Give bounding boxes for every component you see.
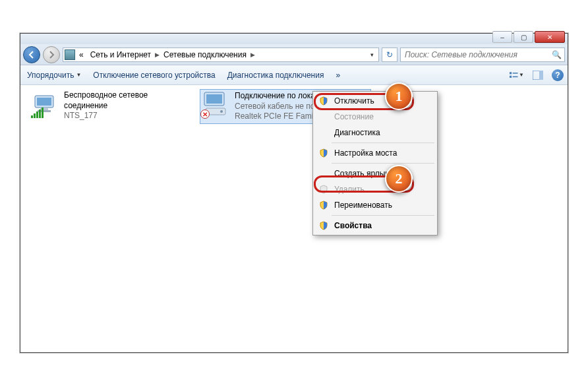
menu-item-delete: Удалить bbox=[314, 181, 436, 197]
view-icon bbox=[510, 71, 519, 80]
breadcrumb-part-connections[interactable]: Сетевые подключения bbox=[161, 50, 249, 59]
shield-icon bbox=[318, 148, 329, 158]
menu-item-shortcut-label: Создать ярлык bbox=[334, 169, 389, 178]
diagnostics-label: Диагностика подключения bbox=[227, 71, 324, 80]
nav-forward-button[interactable] bbox=[43, 46, 60, 63]
shield-icon bbox=[318, 200, 329, 210]
arrow-right-icon bbox=[47, 51, 55, 59]
disable-device-label: Отключение сетевого устройства bbox=[93, 71, 215, 80]
chevron-down-icon: ▼ bbox=[76, 72, 81, 78]
wireless-ssid: NTS_177 bbox=[64, 111, 187, 121]
preview-pane-button[interactable] bbox=[531, 69, 545, 82]
chevron-right-icon: ▶ bbox=[250, 51, 255, 58]
disable-device-button[interactable]: Отключение сетевого устройства bbox=[90, 69, 218, 81]
menu-separator bbox=[332, 163, 434, 164]
search-input[interactable] bbox=[403, 49, 549, 60]
svg-rect-7 bbox=[37, 98, 51, 106]
annotation-marker-1: 1 bbox=[385, 82, 413, 110]
help-button[interactable]: ? bbox=[552, 69, 564, 81]
svg-rect-5 bbox=[539, 71, 543, 80]
address-bar-row: « Сеть и Интернет ▶ Сетевые подключения … bbox=[20, 44, 568, 65]
shield-icon bbox=[318, 96, 329, 106]
connection-wireless[interactable]: Беспроводное сетевое соединение NTS_177 bbox=[30, 89, 188, 123]
refresh-icon: ↻ bbox=[386, 50, 393, 59]
wireless-adapter-icon bbox=[31, 90, 59, 117]
menu-item-disable[interactable]: Отключить bbox=[314, 93, 436, 109]
annotation-marker-2: 2 bbox=[385, 165, 413, 193]
menu-item-delete-label: Удалить bbox=[334, 185, 365, 194]
menu-item-bridge[interactable]: Настройка моста bbox=[314, 145, 436, 161]
wireless-title: Беспроводное сетевое соединение bbox=[64, 90, 187, 111]
chevron-right-icon: ▶ bbox=[155, 51, 160, 58]
shield-icon bbox=[318, 220, 329, 231]
menu-item-state-label: Состояние bbox=[334, 112, 374, 121]
menu-item-rename-label: Переименовать bbox=[334, 201, 392, 210]
view-options-button[interactable]: ▼ bbox=[510, 69, 524, 82]
toolbar-more-button[interactable]: » bbox=[333, 69, 343, 81]
window-close-button[interactable]: ✕ bbox=[535, 31, 565, 43]
breadcrumb-prefix: « bbox=[76, 50, 86, 59]
help-icon: ? bbox=[555, 71, 560, 80]
search-icon: 🔍 bbox=[552, 50, 562, 59]
diagnostics-button[interactable]: Диагностика подключения bbox=[225, 69, 327, 81]
nav-back-button[interactable] bbox=[23, 46, 40, 63]
svg-rect-11 bbox=[206, 94, 222, 104]
window-minimize-button[interactable]: – bbox=[492, 31, 512, 43]
window-maximize-button[interactable]: ▢ bbox=[514, 31, 533, 43]
toolbar-more-label: » bbox=[336, 71, 340, 80]
menu-item-disable-label: Отключить bbox=[334, 96, 374, 106]
refresh-button[interactable]: ↻ bbox=[382, 47, 397, 62]
svg-rect-2 bbox=[510, 75, 512, 77]
menu-separator bbox=[332, 142, 434, 143]
arrow-left-icon bbox=[28, 51, 36, 59]
breadcrumb-dropdown[interactable]: ▾ bbox=[367, 51, 377, 58]
menu-separator bbox=[332, 215, 434, 216]
menu-item-shortcut[interactable]: Создать ярлык bbox=[314, 166, 436, 181]
menu-item-properties[interactable]: Свойства bbox=[314, 218, 436, 234]
breadcrumb-part-network[interactable]: Сеть и Интернет bbox=[88, 50, 154, 59]
organize-label: Упорядочить bbox=[27, 71, 74, 80]
menu-item-diagnostics-label: Диагностика bbox=[334, 128, 380, 137]
window-titlebar: – ▢ ✕ bbox=[20, 34, 568, 44]
breadcrumb[interactable]: « Сеть и Интернет ▶ Сетевые подключения … bbox=[63, 47, 379, 62]
menu-item-rename[interactable]: Переименовать bbox=[314, 197, 436, 213]
svg-rect-3 bbox=[513, 76, 518, 77]
svg-rect-1 bbox=[513, 73, 518, 74]
lan-adapter-icon: ✕ bbox=[202, 91, 229, 117]
control-panel-icon bbox=[65, 49, 75, 60]
content-area: Беспроводное сетевое соединение NTS_177 … bbox=[20, 85, 568, 352]
search-box[interactable]: 🔍 bbox=[400, 47, 565, 62]
command-toolbar: Упорядочить ▼ Отключение сетевого устрой… bbox=[20, 65, 568, 85]
pane-icon bbox=[533, 71, 543, 80]
disconnected-x-icon: ✕ bbox=[200, 110, 210, 119]
shield-icon bbox=[318, 184, 329, 195]
menu-item-state: Состояние bbox=[314, 109, 436, 125]
chevron-down-icon: ▼ bbox=[519, 72, 524, 78]
context-menu: Отключить Состояние Диагностика Настройк… bbox=[312, 91, 438, 236]
organize-button[interactable]: Упорядочить ▼ bbox=[24, 69, 84, 81]
svg-rect-0 bbox=[510, 72, 512, 74]
menu-item-bridge-label: Настройка моста bbox=[334, 148, 397, 158]
menu-item-diagnostics[interactable]: Диагностика bbox=[314, 125, 436, 141]
svg-point-13 bbox=[220, 110, 223, 113]
signal-strength-icon bbox=[31, 108, 44, 118]
menu-item-properties-label: Свойства bbox=[334, 221, 372, 230]
